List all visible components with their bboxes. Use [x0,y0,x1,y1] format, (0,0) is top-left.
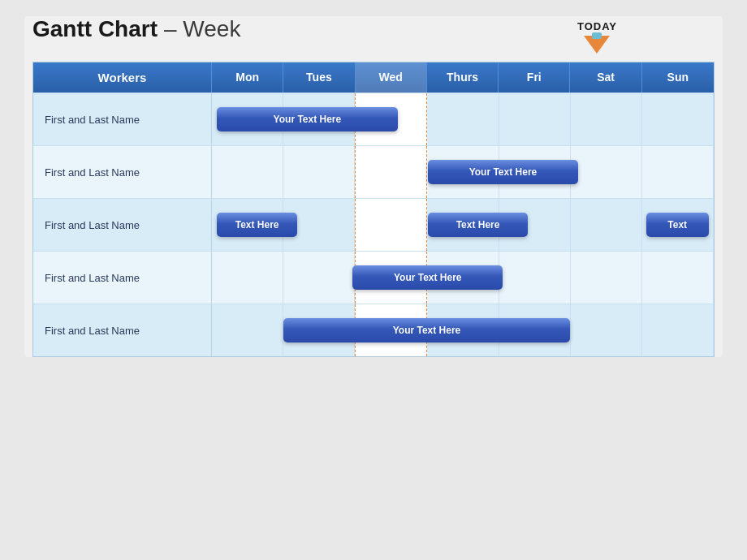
day-fri [499,146,571,198]
worker-name: First and Last Name [33,93,212,145]
day-mon [212,146,283,198]
chart-header: Workers Mon Tues Wed Thurs Fri Sat Sun [33,62,714,93]
today-arrow-icon [584,36,610,54]
day-sun [642,146,714,198]
today-indicator: TODAY [577,20,617,54]
day-fri [499,304,571,356]
day-mon [212,304,283,356]
day-sun [642,252,714,304]
day-mon [212,199,283,251]
worker-name: First and Last Name [33,146,212,198]
days-area: Your Text Here [212,252,714,304]
day-sat [571,304,642,356]
days-area: Your Text Here [212,304,714,356]
day-wed [355,93,427,145]
day-wed [355,199,427,251]
day-fri [499,199,571,251]
day-fri [499,93,571,145]
day-thurs [427,146,499,198]
day-sat [571,146,642,198]
day-sun [642,93,714,145]
day-thurs [427,252,499,304]
days-area: Text Here Text Here Text [212,199,714,251]
header-sat: Sat [570,62,641,93]
worker-name: First and Last Name [33,199,212,251]
day-tues [283,252,355,304]
day-thurs [427,304,499,356]
days-area: Your Text Here [212,146,714,198]
title-light: – Week [164,16,240,42]
table-row: First and Last Name Your Text Here [33,304,714,356]
day-wed [355,304,427,356]
table-row: First and Last Name Your Text Here [33,145,714,198]
day-tues [283,304,355,356]
worker-name: First and Last Name [33,304,212,356]
table-row: First and Last Name Your Text Here [33,93,714,145]
day-sun [642,199,714,251]
day-fri [499,252,571,304]
gantt-chart: Workers Mon Tues Wed Thurs Fri Sat Sun F… [32,62,715,357]
title-block: Gantt Chart – Week [32,16,240,42]
page-wrapper: Gantt Chart – Week TODAY Workers Mon Tue… [24,16,723,357]
header-fri: Fri [499,62,570,93]
day-sun [642,304,714,356]
table-row: First and Last Name Your Text Here [33,251,714,304]
day-tues [283,146,355,198]
header-tues: Tues [283,62,355,93]
table-row: First and Last Name Text Here Text Here [33,198,714,251]
workers-header: Workers [33,62,212,93]
day-mon [212,252,283,304]
day-tues [283,93,355,145]
today-label: TODAY [577,20,617,32]
day-wed [355,252,427,304]
day-thurs [427,199,499,251]
title-bold: Gantt Chart [32,16,158,42]
header-mon: Mon [212,62,283,93]
header-area: Gantt Chart – Week TODAY [24,16,723,54]
day-sat [571,93,642,145]
day-sat [571,199,642,251]
day-sat [571,252,642,304]
day-mon [212,93,283,145]
header-sun: Sun [642,62,714,93]
worker-name: First and Last Name [33,252,212,304]
days-area: Your Text Here [212,93,714,145]
header-thurs: Thurs [427,62,499,93]
day-tues [283,199,355,251]
day-wed [355,146,427,198]
header-wed: Wed [356,62,427,93]
day-thurs [427,93,499,145]
